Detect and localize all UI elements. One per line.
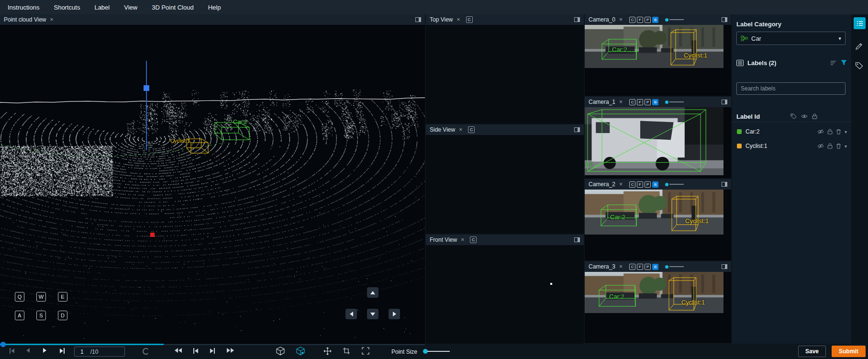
labels-panel-toggle[interactable]: [854, 17, 866, 29]
camera-p-button[interactable]: P: [645, 181, 651, 188]
close-icon[interactable]: ×: [619, 99, 623, 105]
label-name[interactable]: Car:2: [746, 128, 759, 135]
pan-right-button[interactable]: [389, 309, 400, 319]
eye-icon[interactable]: [801, 114, 808, 119]
panel-layout-icon[interactable]: [574, 127, 580, 132]
point-size-track[interactable]: [427, 351, 450, 352]
car-box-label[interactable]: Car:2: [612, 46, 627, 53]
close-icon[interactable]: ×: [461, 236, 464, 243]
menu-view[interactable]: View: [124, 4, 137, 11]
camera-f-button[interactable]: F: [637, 17, 643, 23]
cuboid-active-tool-icon[interactable]: [296, 347, 305, 356]
cyclist-box-label[interactable]: Cyclist:1: [684, 52, 707, 59]
label-name[interactable]: Cyclist:1: [746, 143, 767, 149]
timeline-progress[interactable]: [0, 344, 164, 345]
center-view-button[interactable]: C: [466, 16, 473, 23]
panel-layout-icon[interactable]: [722, 182, 727, 187]
submit-button[interactable]: Submit: [832, 346, 866, 357]
frame-current[interactable]: 1: [80, 348, 84, 355]
camera-b-button[interactable]: B: [652, 264, 658, 270]
previous-frame-button[interactable]: [26, 348, 30, 353]
camera-0-image[interactable]: Car:2 Cyclist:1: [585, 25, 731, 96]
cyclist-box-label[interactable]: Cyclist:1: [685, 217, 709, 224]
camera-3-frame[interactable]: [585, 272, 723, 313]
camera-c-button[interactable]: C: [629, 17, 635, 23]
camera-b-button[interactable]: B: [652, 181, 658, 188]
camera-c-button[interactable]: C: [629, 181, 635, 188]
panel-layout-icon[interactable]: [574, 17, 580, 22]
camera-1-image[interactable]: r:2: [585, 107, 731, 178]
tag-icon[interactable]: [790, 113, 797, 119]
close-icon[interactable]: ×: [619, 16, 623, 23]
camera-1-frame[interactable]: [585, 107, 723, 175]
car-box-label[interactable]: Car:2: [609, 293, 624, 300]
slider-handle[interactable]: [665, 265, 668, 269]
frame-counter[interactable]: 1 /10: [74, 347, 125, 357]
camera-f-button[interactable]: F: [637, 264, 643, 270]
pan-left-button[interactable]: [345, 309, 357, 319]
menu-3d-point-cloud[interactable]: 3D Point Cloud: [152, 4, 193, 11]
move-tool-icon[interactable]: [323, 347, 332, 355]
edit-pencil-icon[interactable]: [855, 42, 863, 50]
camera-c-button[interactable]: C: [629, 99, 635, 105]
step-forward-button[interactable]: [210, 348, 215, 354]
brightness-slider[interactable]: [665, 101, 684, 104]
lock-icon[interactable]: [812, 113, 817, 119]
camera-c-button[interactable]: C: [629, 264, 635, 270]
panel-layout-icon[interactable]: [574, 237, 580, 242]
close-icon[interactable]: ×: [456, 16, 460, 23]
skip-to-start-button[interactable]: [10, 348, 14, 354]
tag-tool-icon[interactable]: [855, 62, 863, 69]
label-category-dropdown[interactable]: Car ▾: [736, 32, 846, 45]
camera-2-image[interactable]: Car:2 Cyclist:1: [585, 190, 731, 260]
car-box-label[interactable]: r:2: [586, 161, 593, 168]
sort-icon[interactable]: [830, 60, 836, 66]
camera-0-frame[interactable]: [585, 25, 723, 68]
close-icon[interactable]: ×: [459, 126, 462, 133]
label-row-cyclist[interactable]: Cyclist:1 ▾: [735, 140, 849, 152]
camera-p-button[interactable]: P: [645, 99, 651, 105]
car-box-label[interactable]: Car:2: [610, 213, 625, 221]
cuboid-tool-icon[interactable]: [276, 347, 285, 356]
center-view-button[interactable]: C: [470, 236, 477, 243]
chevron-down-icon[interactable]: ▾: [845, 144, 847, 149]
trash-icon[interactable]: [836, 129, 841, 135]
fast-forward-button[interactable]: [227, 348, 234, 353]
chevron-down-icon[interactable]: ▾: [845, 129, 847, 135]
slider-handle[interactable]: [665, 183, 668, 186]
filter-icon[interactable]: [841, 60, 847, 66]
menu-instructions[interactable]: Instructions: [8, 4, 39, 11]
camera-f-button[interactable]: F: [637, 181, 643, 188]
brightness-slider[interactable]: [665, 18, 684, 22]
camera-p-button[interactable]: P: [645, 264, 651, 270]
menu-label[interactable]: Label: [94, 4, 110, 11]
brightness-slider[interactable]: [665, 265, 684, 269]
timeline-handle[interactable]: [0, 342, 6, 347]
eye-slash-icon[interactable]: [817, 129, 824, 135]
eye-slash-icon[interactable]: [817, 143, 824, 149]
label-row-car[interactable]: Car:2 ▾: [735, 125, 849, 138]
camera-b-button[interactable]: B: [652, 99, 658, 105]
car-box-label[interactable]: Car:2: [233, 119, 247, 125]
menu-shortcuts[interactable]: Shortcuts: [54, 4, 80, 11]
close-icon[interactable]: ×: [619, 181, 623, 188]
panel-layout-icon[interactable]: [415, 17, 421, 22]
trash-icon[interactable]: [836, 143, 841, 149]
camera-3-image[interactable]: Car:2 Cyclist:1: [585, 272, 731, 343]
close-icon[interactable]: ×: [50, 16, 54, 23]
center-view-button[interactable]: C: [468, 126, 475, 133]
fullscreen-icon[interactable]: [362, 347, 369, 355]
play-button[interactable]: [43, 348, 46, 353]
menu-help[interactable]: Help: [208, 4, 221, 11]
rewind-button[interactable]: [175, 348, 182, 353]
brightness-slider[interactable]: [665, 183, 684, 186]
cyclist-box-label[interactable]: Cyclist:1: [681, 299, 705, 306]
close-icon[interactable]: ×: [619, 263, 623, 270]
side-view-viewport[interactable]: [426, 135, 584, 234]
camera-2-frame[interactable]: [585, 190, 723, 235]
slider-handle[interactable]: [665, 101, 668, 104]
step-back-button[interactable]: [193, 348, 198, 354]
point-cloud-viewport[interactable]: Car:2 Cyclist:1 Q W E A S D: [0, 25, 425, 344]
timeline-track[interactable]: [164, 344, 425, 345]
save-button[interactable]: Save: [798, 346, 826, 357]
